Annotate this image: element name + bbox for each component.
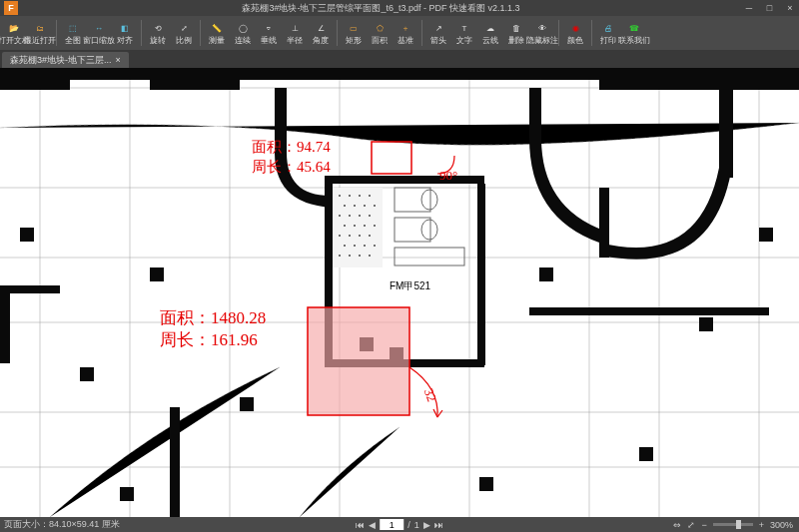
svg-rect-36 bbox=[0, 293, 10, 363]
svg-point-64 bbox=[374, 245, 376, 247]
window-title: 森苑棚3#地块-地下三层管综平面图_t6_t3.pdf - PDF 快速看图 v… bbox=[22, 2, 740, 15]
toolbar-联系我们[interactable]: ☎联系我们 bbox=[622, 20, 646, 46]
drawing-canvas[interactable]: 面积：94.74 周长：45.64 面积：1480.28 周长：161.96 9… bbox=[0, 68, 799, 517]
tab-close-icon[interactable]: × bbox=[116, 55, 121, 65]
close-button[interactable]: × bbox=[781, 3, 799, 13]
toolbar-icon: ↔ bbox=[91, 20, 107, 36]
svg-rect-27 bbox=[539, 267, 553, 281]
toolbar-label: 颜色 bbox=[567, 36, 583, 46]
toolbar-对齐[interactable]: ◧对齐 bbox=[113, 20, 137, 46]
room-label: FM甲521 bbox=[390, 279, 430, 293]
toolbar-颜色[interactable]: ◉颜色 bbox=[563, 20, 587, 46]
toolbar-连续[interactable]: ◯连续 bbox=[231, 20, 255, 46]
page-current-input[interactable] bbox=[380, 519, 403, 530]
page-next-icon[interactable]: ▶ bbox=[423, 520, 430, 530]
toolbar-label: 打印 bbox=[600, 36, 616, 46]
svg-rect-17 bbox=[599, 80, 799, 90]
svg-point-68 bbox=[369, 255, 371, 257]
svg-rect-14 bbox=[0, 68, 799, 80]
toolbar-label: 删除 bbox=[508, 36, 524, 46]
svg-rect-35 bbox=[0, 285, 60, 293]
toolbar-旋转[interactable]: ⟲旋转 bbox=[146, 20, 170, 46]
toolbar-测量[interactable]: 📏测量 bbox=[205, 20, 229, 46]
svg-point-62 bbox=[354, 245, 356, 247]
svg-point-61 bbox=[344, 245, 346, 247]
document-tab[interactable]: 森苑棚3#地块-地下三层... × bbox=[2, 52, 129, 68]
toolbar-打开文档[interactable]: 📂打开文档 bbox=[2, 20, 26, 46]
svg-point-41 bbox=[339, 195, 341, 197]
svg-rect-38 bbox=[529, 307, 769, 315]
svg-rect-24 bbox=[150, 267, 164, 281]
toolbar-label: 云线 bbox=[482, 36, 498, 46]
toolbar-icon: ↗ bbox=[430, 20, 446, 36]
zoom-in-icon[interactable]: + bbox=[759, 520, 764, 530]
toolbar-icon: ▭ bbox=[346, 20, 362, 36]
toolbar-icon: ◉ bbox=[567, 20, 583, 36]
toolbar-打印[interactable]: 🖨打印 bbox=[596, 20, 620, 46]
svg-rect-15 bbox=[0, 80, 70, 90]
svg-point-54 bbox=[354, 225, 356, 227]
svg-rect-26 bbox=[240, 397, 254, 411]
toolbar-箭头[interactable]: ↗箭头 bbox=[426, 20, 450, 46]
page-sep: / bbox=[407, 520, 410, 530]
fit-width-icon[interactable]: ⇔ bbox=[673, 520, 681, 530]
svg-rect-21 bbox=[477, 184, 485, 365]
toolbar-文字[interactable]: T文字 bbox=[452, 20, 476, 46]
svg-point-66 bbox=[349, 255, 351, 257]
toolbar-基准[interactable]: ＋基准 bbox=[394, 20, 417, 46]
app-logo: F bbox=[4, 1, 18, 15]
toolbar-label: 对齐 bbox=[117, 36, 133, 46]
svg-rect-32 bbox=[759, 228, 773, 242]
toolbar-icon: 📂 bbox=[6, 20, 22, 36]
measured-area-highlight bbox=[308, 307, 409, 415]
maximize-button[interactable]: □ bbox=[760, 3, 778, 13]
toolbar-删除[interactable]: 🗑删除 bbox=[504, 20, 528, 46]
fit-page-icon[interactable]: ⤢ bbox=[687, 520, 695, 530]
svg-point-43 bbox=[359, 195, 361, 197]
toolbar-label: 箭头 bbox=[430, 36, 446, 46]
window-controls: ─ □ × bbox=[740, 3, 799, 13]
toolbar-窗口缩放[interactable]: ↔窗口缩放 bbox=[87, 20, 111, 46]
angle-annotation: 90° bbox=[439, 168, 457, 184]
toolbar-icon: 👁 bbox=[534, 20, 550, 36]
toolbar-角度[interactable]: ∠角度 bbox=[309, 20, 333, 46]
toolbar-面积[interactable]: ⬠面积 bbox=[368, 20, 392, 46]
toolbar-label: 基准 bbox=[398, 36, 413, 46]
toolbar-隐藏标注[interactable]: 👁隐藏标注 bbox=[530, 20, 554, 46]
svg-point-47 bbox=[364, 205, 366, 207]
svg-rect-37 bbox=[170, 407, 180, 517]
svg-point-56 bbox=[374, 225, 376, 227]
svg-point-44 bbox=[369, 195, 371, 197]
minimize-button[interactable]: ─ bbox=[740, 3, 758, 13]
toolbar-icon: ⏒ bbox=[261, 20, 277, 36]
zoom-out-icon[interactable]: − bbox=[701, 520, 706, 530]
toolbar-垂线[interactable]: ⏒垂线 bbox=[257, 20, 281, 46]
toolbar-icon: 🗂 bbox=[32, 20, 48, 36]
toolbar-label: 连续 bbox=[235, 36, 251, 46]
toolbar-label: 窗口缩放 bbox=[83, 36, 115, 46]
svg-rect-30 bbox=[479, 477, 493, 491]
zoom-readout: 300% bbox=[770, 520, 793, 530]
zoom-controls: ⇔ ⤢ − + 300% bbox=[673, 520, 793, 530]
toolbar-半径[interactable]: ⊥半径 bbox=[283, 20, 307, 46]
page-last-icon[interactable]: ⏭ bbox=[434, 520, 443, 530]
toolbar-label: 旋转 bbox=[150, 36, 166, 46]
toolbar-label: 最近打开 bbox=[24, 36, 56, 46]
toolbar-最近打开[interactable]: 🗂最近打开 bbox=[28, 20, 52, 46]
toolbar-矩形[interactable]: ▭矩形 bbox=[342, 20, 366, 46]
page-navigator: ⏮ ◀ / 1 ▶ ⏭ bbox=[356, 519, 443, 530]
toolbar-比例[interactable]: ⤢比例 bbox=[172, 20, 196, 46]
svg-point-50 bbox=[349, 215, 351, 217]
svg-rect-73 bbox=[395, 248, 464, 266]
toolbar-label: 半径 bbox=[287, 36, 303, 46]
svg-point-46 bbox=[354, 205, 356, 207]
status-bar: 页面大小：84.10×59.41 厘米 ⏮ ◀ / 1 ▶ ⏭ ⇔ ⤢ − + … bbox=[0, 517, 799, 532]
toolbar-云线[interactable]: ☁云线 bbox=[478, 20, 502, 46]
measured-area-small bbox=[372, 142, 411, 174]
toolbar-icon: 📏 bbox=[209, 20, 225, 36]
zoom-slider[interactable] bbox=[713, 523, 753, 526]
page-first-icon[interactable]: ⏮ bbox=[356, 520, 365, 530]
tab-bar: 森苑棚3#地块-地下三层... × bbox=[0, 50, 799, 68]
page-prev-icon[interactable]: ◀ bbox=[369, 520, 376, 530]
toolbar-全图[interactable]: ⬚全图 bbox=[61, 20, 85, 46]
